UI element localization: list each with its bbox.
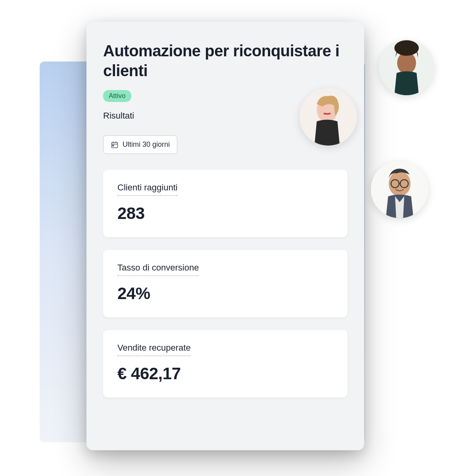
avatar: [299, 88, 357, 146]
svg-rect-4: [113, 145, 114, 146]
metric-card-recovered-sales: Vendite recuperate € 462,17: [103, 330, 347, 397]
metric-label: Vendite recuperate: [117, 343, 191, 356]
svg-point-9: [394, 40, 419, 56]
metrics-list: Clienti raggiunti 283 Tasso di conversio…: [103, 170, 347, 397]
metric-card-customers-reached: Clienti raggiunti 283: [103, 170, 347, 237]
metric-value: 24%: [117, 284, 333, 303]
avatar: [371, 161, 428, 218]
metric-label: Tasso di conversione: [117, 263, 199, 276]
date-range-label: Ultimi 30 giorni: [123, 140, 170, 149]
date-range-filter[interactable]: Ultimi 30 giorni: [103, 135, 177, 154]
avatar: [379, 40, 434, 95]
calendar-icon: [111, 141, 119, 149]
metric-value: 283: [117, 204, 333, 223]
metric-value: € 462,17: [117, 364, 333, 383]
status-badge: Attivo: [103, 90, 131, 102]
page-title: Automazione per riconquistare i clienti: [103, 41, 347, 81]
automation-results-card: Automazione per riconquistare i clienti …: [86, 22, 364, 450]
metric-label: Clienti raggiunti: [117, 182, 178, 196]
metric-card-conversion-rate: Tasso di conversione 24%: [103, 250, 347, 317]
